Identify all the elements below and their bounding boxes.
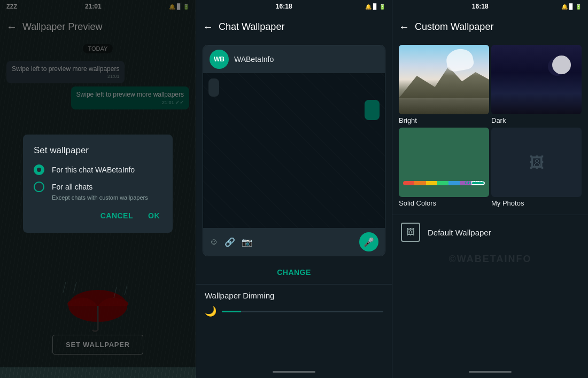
panel-chat-wallpaper: 16:18 🔔 ▊ 🔋 ← Chat Wallpaper WB WABetaIn… [196,0,392,378]
panel-custom-wallpaper: 16:18 🔔 ▊ 🔋 ← Custom Wallpaper ©WABETAIN… [392,0,588,378]
contact-avatar: WB [210,50,229,69]
footer-icons: ☺ 🔗 📷 [210,237,252,247]
solid-label: Solid Colors [399,197,489,208]
radio-sublabel: Except chats with custom wallpapers [52,194,162,201]
dialog-title: Set wallpaper [34,145,162,156]
dark-thumb[interactable] [491,45,582,114]
dark-wrapper: Dark [491,45,582,125]
chat-preview-body [203,73,385,228]
status-bar-panel3: 16:18 🔔 ▊ 🔋 [392,0,588,13]
status-icons-panel2: 🔔 ▊ 🔋 [365,4,385,10]
nav-bar-panel2 [196,367,392,378]
radio-all-chats-label: For all chats [52,183,92,191]
page-title-panel2: Chat Wallpaper [219,21,284,33]
dialog-actions: CANCEL OK [34,209,162,222]
change-small-label: CHANGE [465,180,485,185]
moon-icon: 🌙 [205,305,216,317]
photos-thumb[interactable]: 🖼 [491,128,582,197]
contact-name: WABetaInfo [234,55,274,64]
back-button-panel3[interactable]: ← [399,21,409,33]
status-icons-panel3: 🔔 ▊ 🔋 [561,4,582,10]
default-wallpaper-label: Default Wallpaper [428,228,491,237]
bright-wrapper: Bright [399,45,489,125]
set-wallpaper-dialog: Set wallpaper For this chat WABetaInfo F… [23,135,173,233]
solid-thumb[interactable]: CHANGE [399,128,489,197]
page-title-panel3: Custom Wallpaper [415,21,493,33]
back-button-panel2[interactable]: ← [203,21,213,33]
app-bar-panel3: ← Custom Wallpaper [392,13,588,41]
panel-wallpaper-preview: ZZZ 21:01 🔔 ▊ 🔋 ← Wallpaper Preview TODA… [0,0,196,378]
camera-icon[interactable]: 📷 [242,237,252,247]
app-bar-panel2: ← Chat Wallpaper [196,13,392,41]
image-icon: 🖼 [406,227,415,237]
dimming-title: Wallpaper Dimming [205,291,383,300]
preview-bubble-r1 [208,78,219,97]
wallpaper-grid: Bright Dark CHANGE Solid Colors [392,41,588,212]
cancel-button[interactable]: CANCEL [98,209,135,222]
ok-button[interactable]: OK [146,209,162,222]
radio-this-chat-label: For this chat WABetaInfo [52,166,135,174]
status-bar-panel2: 16:18 🔔 ▊ 🔋 [196,0,392,13]
attach-icon[interactable]: 🔗 [225,237,235,247]
bright-label: Bright [399,114,489,125]
photos-wrapper: 🖼 My Photos [491,128,582,208]
radio-all-chats-circle [34,182,44,192]
emoji-icon[interactable]: ☺ [210,237,218,247]
watermark: ©WABETAINFO [449,254,532,265]
dimming-slider-row: 🌙 [205,305,383,317]
radio-this-chat[interactable]: For this chat WABetaInfo [34,164,162,175]
default-wp-icon: 🖼 [401,223,420,242]
dimming-slider[interactable] [222,311,383,312]
solid-wrapper: CHANGE Solid Colors [399,128,489,208]
photos-label: My Photos [491,197,582,208]
dark-label: Dark [491,114,582,125]
radio-all-chats[interactable]: For all chats [34,182,162,192]
time-panel3: 16:18 [472,3,489,10]
mic-button[interactable]: 🎤 [359,232,378,251]
bright-thumb[interactable] [399,45,489,114]
change-wallpaper-button[interactable]: CHANGE [196,261,392,284]
time-panel2: 16:18 [276,3,292,10]
dimming-section: Wallpaper Dimming 🌙 [196,284,392,324]
radio-this-chat-circle [34,164,44,175]
nav-bar-panel3 [392,367,588,378]
chat-preview-header: WB WABetaInfo [203,45,385,73]
chat-preview-footer: ☺ 🔗 📷 🎤 [203,228,385,256]
default-wallpaper-row[interactable]: 🖼 Default Wallpaper [392,215,588,249]
chat-preview-container: WB WABetaInfo ☺ 🔗 📷 🎤 [203,45,385,256]
preview-bubble-s1 [365,100,380,120]
dialog-overlay: Set wallpaper For this chat WABetaInfo F… [0,0,196,367]
